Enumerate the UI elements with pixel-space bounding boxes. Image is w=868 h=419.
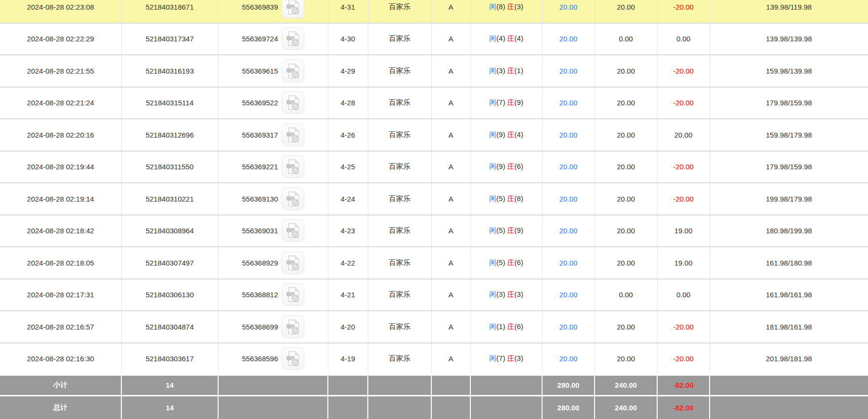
bet-time: 2024-08-28 02:19:14: [27, 195, 94, 203]
bet-time: 2024-08-28 02:17:31: [27, 291, 94, 299]
cell-bet-time: 2024-08-28 02:23:08: [0, 0, 121, 23]
cell-valid-amount: 20.00: [595, 311, 657, 343]
cell-win-loss: -20.00: [657, 183, 710, 215]
cell-bet-time: 2024-08-28 02:21:24: [0, 87, 121, 119]
cell-table-round: 4-25: [328, 151, 368, 183]
cell-bet-time: 2024-08-28 02:16:57: [0, 311, 121, 343]
banker-result-points: (6): [515, 258, 523, 267]
cell-bet-amount: 20.00: [542, 247, 595, 279]
round-no: 556368699: [242, 323, 278, 331]
summary-label: 总计: [53, 403, 68, 411]
table-row[interactable]: 2024-08-28 02:19:14 521840310221 5563691…: [0, 183, 868, 215]
video-replay-button[interactable]: [282, 27, 304, 50]
cell-table-id: A: [431, 247, 470, 279]
video-replay-button[interactable]: [282, 347, 304, 370]
bet-history-table-view: 2024-08-28 02:23:08 521840318671 5563698…: [0, 0, 868, 419]
cell-order-no: 521840311550: [121, 151, 218, 183]
cell-balance: 161.98/180.98: [710, 247, 868, 279]
player-result-points: (9): [496, 162, 505, 170]
video-replay-button[interactable]: [282, 91, 304, 114]
order-no: 521840317347: [145, 35, 194, 43]
table-row[interactable]: 2024-08-28 02:20:16 521840312696 5563693…: [0, 119, 868, 151]
cell-bet-amount: 20.00: [542, 23, 595, 55]
banker-result-label: 庄: [507, 2, 515, 11]
banker-result-label: 庄: [507, 66, 515, 75]
cell-order-no: 521840308964: [121, 215, 218, 247]
table-row[interactable]: 2024-08-28 02:21:24 521840315114 5563695…: [0, 87, 868, 119]
banker-result-label: 庄: [507, 354, 515, 362]
cell-bet-time: 2024-08-28 02:19:14: [0, 183, 121, 215]
cell-win-loss: -20.00: [657, 55, 710, 87]
cell-balance: 179.98/159.98: [710, 87, 868, 119]
balance-before-after: 179.98/159.98: [766, 99, 812, 107]
cell-win-loss: -20.00: [657, 0, 710, 23]
player-result-points: (3): [496, 66, 505, 75]
cell-round-no: 556369839: [218, 0, 328, 23]
win-loss: -20.00: [673, 355, 694, 363]
round-no: 556369221: [242, 163, 278, 171]
video-replay-button[interactable]: [282, 219, 304, 242]
round-no: 556369522: [242, 99, 278, 107]
round-no: 556369031: [242, 227, 278, 235]
cell-game-type: 百家乐: [368, 343, 431, 375]
win-loss: -20.00: [673, 195, 694, 203]
banker-result-label: 庄: [507, 322, 515, 330]
balance-before-after: 201.98/181.98: [766, 355, 812, 363]
cell-game-result: 闲(5) 庄(9): [470, 215, 542, 247]
order-no: 521840303617: [145, 355, 194, 363]
video-replay-button[interactable]: [282, 188, 304, 210]
cell-order-no: 521840318671: [121, 0, 218, 23]
order-no: 521840307497: [145, 259, 194, 267]
cell-summary-bet-total: 280.00: [542, 375, 595, 395]
cell-balance: 179.98/159.98: [710, 151, 868, 183]
cell-bet-amount: 20.00: [542, 215, 595, 247]
game-type: 百家乐: [389, 66, 411, 75]
video-replay-button[interactable]: [282, 316, 304, 338]
cell-game-type: 百家乐: [368, 247, 431, 279]
banker-result-label: 庄: [507, 290, 515, 298]
cell-game-type: 百家乐: [368, 311, 431, 343]
video-replay-button[interactable]: [282, 155, 304, 178]
table-row[interactable]: 2024-08-28 02:21:55 521840316193 5563696…: [0, 55, 868, 87]
video-file-icon: [285, 159, 300, 175]
cell-game-result: 闲(5) 庄(8): [470, 183, 542, 215]
bet-amount: 20.00: [559, 323, 578, 331]
table-row[interactable]: 2024-08-28 02:16:57 521840304874 5563686…: [0, 311, 868, 343]
valid-amount: 20.00: [617, 67, 635, 75]
table-row[interactable]: 2024-08-28 02:17:31 521840306130 5563688…: [0, 279, 868, 311]
table-row[interactable]: 2024-08-28 02:16:30 521840303617 5563685…: [0, 343, 868, 375]
video-replay-button[interactable]: [282, 60, 304, 82]
table-row[interactable]: 2024-08-28 02:23:08 521840318671 5563698…: [0, 0, 868, 23]
video-replay-button[interactable]: [282, 124, 304, 146]
order-no: 521840312696: [145, 131, 194, 139]
bet-time: 2024-08-28 02:23:08: [27, 3, 94, 11]
cell-table-round: 4-20: [328, 311, 368, 343]
table-round: 4-24: [340, 195, 355, 203]
cell-balance: 181.98/161.98: [710, 311, 868, 343]
round-no: 556369615: [242, 67, 278, 75]
cell-balance: 159.98/179.98: [710, 119, 868, 151]
table-row[interactable]: 2024-08-28 02:19:44 521840311550 5563692…: [0, 151, 868, 183]
player-result-points: (5): [496, 194, 505, 203]
video-replay-button[interactable]: [282, 283, 304, 306]
cell-round-no: 556368812: [218, 279, 328, 311]
cell-game-result: 闲(3) 庄(3): [470, 279, 542, 311]
round-no: 556369724: [242, 35, 278, 43]
cell-win-loss: 19.00: [657, 215, 710, 247]
table-row[interactable]: 2024-08-28 02:22:29 521840317347 5563697…: [0, 23, 868, 55]
video-replay-button[interactable]: [282, 0, 304, 18]
cell-summary-bet-total: 280.00: [542, 395, 595, 419]
cell-order-no: 521840315114: [121, 87, 218, 119]
banker-result-points: (3): [515, 354, 523, 362]
cell-game-type: 百家乐: [368, 151, 431, 183]
cell-table-id: A: [431, 55, 470, 87]
cell-bet-amount: 20.00: [542, 151, 595, 183]
table-round: 4-29: [340, 67, 355, 75]
table-row[interactable]: 2024-08-28 02:18:05 521840307497 5563689…: [0, 247, 868, 279]
valid-amount: 0.00: [619, 35, 633, 43]
table-row[interactable]: 2024-08-28 02:18:42 521840308964 5563690…: [0, 215, 868, 247]
banker-result-label: 庄: [507, 98, 515, 106]
cell-table-round: 4-19: [328, 343, 368, 375]
video-replay-button[interactable]: [282, 252, 304, 274]
win-loss: 19.00: [674, 227, 693, 235]
